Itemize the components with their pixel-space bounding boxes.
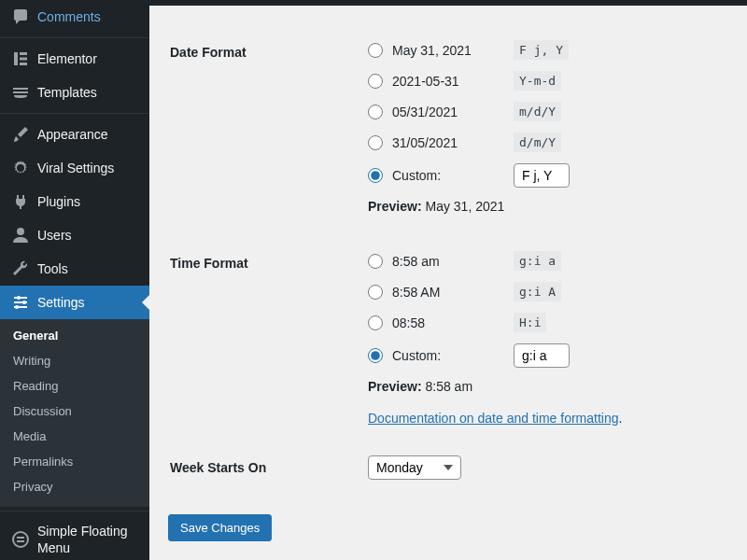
sidebar-label: Tools <box>37 261 68 276</box>
sidebar-item-settings[interactable]: Settings <box>0 286 149 319</box>
date-format-heading: Date Format <box>170 26 357 235</box>
svg-rect-2 <box>20 58 27 61</box>
date-format-option[interactable]: 05/31/2021 m/d/Y <box>368 102 717 121</box>
date-format-example: 05/31/2021 <box>392 105 504 119</box>
templates-icon <box>11 83 30 102</box>
date-format-radio[interactable] <box>368 105 383 119</box>
comment-icon <box>11 7 30 26</box>
admin-sidebar: Comments Elementor Templates Appearance … <box>0 0 149 560</box>
date-format-custom[interactable]: Custom: <box>368 163 717 188</box>
preview-label: Preview: <box>368 199 422 214</box>
separator <box>0 113 149 114</box>
preview-label: Preview: <box>368 379 422 394</box>
time-format-radio[interactable] <box>368 315 383 330</box>
time-format-custom-label: Custom: <box>392 348 504 363</box>
time-format-option[interactable]: 8:58 am g:i a <box>368 251 717 271</box>
separator <box>0 511 149 511</box>
time-format-radio[interactable] <box>368 254 383 269</box>
time-format-code: H:i <box>514 313 546 332</box>
sidebar-label: Elementor <box>37 51 97 66</box>
svg-rect-0 <box>14 52 18 65</box>
doc-suffix: . <box>619 411 623 426</box>
date-format-code: d/m/Y <box>514 133 561 152</box>
time-format-radio[interactable] <box>368 285 383 300</box>
time-format-example: 08:58 <box>392 315 504 330</box>
sidebar-label: Comments <box>37 9 101 24</box>
date-format-option[interactable]: May 31, 2021 F j, Y <box>368 40 717 60</box>
time-format-preview: Preview: 8:58 am <box>368 379 717 394</box>
week-starts-select[interactable]: Monday <box>368 455 461 480</box>
elementor-icon <box>11 49 30 68</box>
date-format-example: May 31, 2021 <box>392 43 504 58</box>
time-format-code: g:i a <box>514 251 561 271</box>
svg-point-5 <box>17 296 21 300</box>
date-format-radio[interactable] <box>368 74 383 89</box>
date-format-custom-label: Custom: <box>392 168 504 183</box>
date-format-option[interactable]: 31/05/2021 d/m/Y <box>368 133 717 152</box>
date-format-code: F j, Y <box>514 40 569 60</box>
svg-point-6 <box>22 301 26 304</box>
sidebar-item-viral-settings[interactable]: Viral Settings <box>0 151 149 185</box>
date-format-radio[interactable] <box>368 43 383 58</box>
sidebar-item-simple-floating-menu[interactable]: Simple Floating Menu <box>0 515 149 560</box>
time-format-example: 8:58 AM <box>392 285 504 300</box>
user-icon <box>11 226 30 245</box>
submenu-discussion[interactable]: Discussion <box>0 399 149 424</box>
time-format-option[interactable]: 08:58 H:i <box>368 313 717 332</box>
sliders-icon <box>11 293 30 312</box>
date-format-example: 31/05/2021 <box>392 135 504 150</box>
submenu-general[interactable]: General <box>0 323 149 348</box>
sidebar-item-appearance[interactable]: Appearance <box>0 118 149 151</box>
svg-point-4 <box>17 228 24 235</box>
svg-rect-1 <box>20 52 27 55</box>
sidebar-label: Viral Settings <box>37 161 114 175</box>
time-format-custom-input[interactable] <box>514 343 570 368</box>
date-format-custom-input[interactable] <box>514 163 570 188</box>
time-format-example: 8:58 am <box>392 254 504 269</box>
sidebar-item-comments[interactable]: Comments <box>0 0 149 34</box>
settings-submenu: General Writing Reading Discussion Media… <box>0 319 149 507</box>
date-format-radio[interactable] <box>368 135 383 150</box>
admin-bar <box>149 0 747 6</box>
separator <box>0 37 149 38</box>
date-format-code: Y-m-d <box>514 71 561 91</box>
sidebar-label: Appearance <box>37 127 108 142</box>
svg-point-8 <box>13 532 28 547</box>
submenu-media[interactable]: Media <box>0 424 149 449</box>
time-format-code: g:i A <box>514 282 561 301</box>
svg-point-7 <box>15 305 19 309</box>
time-format-heading: Time Format <box>170 237 357 440</box>
date-format-code: m/d/Y <box>514 102 561 121</box>
sidebar-label: Simple Floating Menu <box>37 523 138 556</box>
submenu-permalinks[interactable]: Permalinks <box>0 449 149 474</box>
sidebar-item-users[interactable]: Users <box>0 218 149 252</box>
time-format-option[interactable]: 8:58 AM g:i A <box>368 282 717 301</box>
sidebar-label: Plugins <box>37 194 80 209</box>
sidebar-label: Users <box>37 228 72 243</box>
date-format-preview: Preview: May 31, 2021 <box>368 199 717 214</box>
time-format-custom[interactable]: Custom: <box>368 343 717 368</box>
wrench-icon <box>11 259 30 278</box>
preview-value: May 31, 2021 <box>425 199 504 214</box>
date-format-radio-custom[interactable] <box>368 168 383 183</box>
sidebar-item-templates[interactable]: Templates <box>0 76 149 109</box>
save-button[interactable]: Save Changes <box>168 514 272 541</box>
date-format-example: 2021-05-31 <box>392 74 504 89</box>
gear-icon <box>11 159 30 177</box>
preview-value: 8:58 am <box>425 379 472 394</box>
svg-rect-3 <box>20 63 27 65</box>
submenu-writing[interactable]: Writing <box>0 348 149 373</box>
menu-icon <box>11 530 30 549</box>
submenu-reading[interactable]: Reading <box>0 373 149 399</box>
date-format-option[interactable]: 2021-05-31 Y-m-d <box>368 71 717 91</box>
sidebar-item-tools[interactable]: Tools <box>0 252 149 286</box>
sidebar-label: Settings <box>37 295 85 310</box>
doc-link[interactable]: Documentation on date and time formattin… <box>368 411 619 426</box>
time-format-radio-custom[interactable] <box>368 348 383 363</box>
content-area: Date Format May 31, 2021 F j, Y 2021-05-… <box>149 0 747 560</box>
week-starts-heading: Week Starts On <box>170 441 357 494</box>
plugin-icon <box>11 192 30 211</box>
submenu-privacy[interactable]: Privacy <box>0 474 149 499</box>
sidebar-item-plugins[interactable]: Plugins <box>0 185 149 218</box>
sidebar-item-elementor[interactable]: Elementor <box>0 42 149 76</box>
